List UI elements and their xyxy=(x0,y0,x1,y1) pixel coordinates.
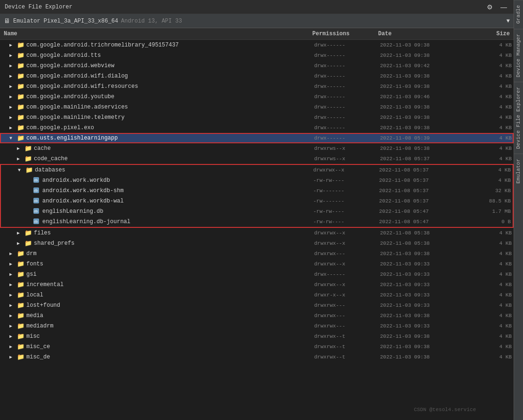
expand-icon[interactable]: ▼ xyxy=(18,168,25,173)
list-item[interactable]: ▶📁miscdrwxrwx--t2022-11-03 09:384 KB xyxy=(0,331,514,342)
list-item[interactable]: ▶📁lost+founddrwxrwx---2022-11-03 09:334 … xyxy=(0,300,514,311)
file-name: com.google.android.youtube xyxy=(26,93,114,100)
watermark: CSDN @tesol4.service xyxy=(414,407,476,412)
expand-icon[interactable]: ▶ xyxy=(9,125,17,131)
folder-icon: 📁 xyxy=(17,281,24,288)
list-item[interactable]: dbandroidx.work.workdb-rw-rw----2022-11-… xyxy=(1,175,513,186)
file-name: com.google.android.wifi.dialog xyxy=(26,73,128,79)
expand-icon[interactable]: ▶ xyxy=(17,241,24,246)
list-item[interactable]: ▶📁com.google.android.wifi.dialogdrwx----… xyxy=(0,71,514,81)
file-name: misc_de xyxy=(26,354,50,360)
expand-icon[interactable]: ▶ xyxy=(9,42,17,48)
date-value: 2022-11-08 05:37 xyxy=(379,198,464,204)
expand-icon[interactable]: ▶ xyxy=(9,104,17,110)
list-item[interactable]: dbandroidx.work.workdb-shm-rw-------2022… xyxy=(1,186,513,196)
date-value: 2022-11-08 05:38 xyxy=(380,230,465,236)
sidebar-tab-emulator[interactable]: Emulator xyxy=(514,154,523,188)
expand-icon[interactable]: ▶ xyxy=(9,53,17,58)
expand-icon[interactable]: ▶ xyxy=(9,344,17,350)
expand-icon[interactable]: ▶ xyxy=(9,84,17,89)
expand-icon[interactable]: ▶ xyxy=(9,292,17,298)
expand-icon[interactable]: ▶ xyxy=(9,94,17,100)
folder-icon: 📁 xyxy=(17,302,24,309)
permissions-value: drwxrwx--x xyxy=(314,241,380,246)
permissions-value: -rw------- xyxy=(313,198,379,204)
expand-icon[interactable]: ▶ xyxy=(9,354,17,360)
date-value: 2022-11-03 09:33 xyxy=(380,261,465,267)
expand-icon[interactable]: ▶ xyxy=(17,146,24,151)
permissions-value: drwx------ xyxy=(314,94,380,100)
expand-icon[interactable]: ▶ xyxy=(9,323,17,329)
size-value: 4 KB xyxy=(465,63,512,69)
folder-icon: 📁 xyxy=(17,62,24,70)
list-item[interactable]: ▶📁filesdrwxrwx--x2022-11-08 05:384 KB xyxy=(0,228,514,238)
dropdown-arrow[interactable]: ▼ xyxy=(507,18,510,24)
list-item[interactable]: ▶📁localdrwxr-x--x2022-11-03 09:334 KB xyxy=(0,290,514,300)
list-item[interactable]: ▶📁com.google.android.youtubedrwx------20… xyxy=(0,92,514,102)
date-value: 2022-11-03 09:33 xyxy=(380,282,465,288)
expand-icon[interactable]: ▶ xyxy=(9,115,17,120)
folder-icon: 📁 xyxy=(17,124,24,132)
list-item[interactable]: dbandroidx.work.workdb-wal-rw-------2022… xyxy=(1,196,513,206)
expand-icon[interactable]: ▼ xyxy=(9,136,17,141)
expand-icon[interactable]: ▶ xyxy=(9,63,17,69)
svg-text:db: db xyxy=(34,179,38,182)
list-item[interactable]: ▶📁com.google.android.trichromelibrary_49… xyxy=(0,40,514,50)
svg-text:db: db xyxy=(34,210,38,213)
file-list[interactable]: ▶📁com.google.android.trichromelibrary_49… xyxy=(0,40,514,420)
list-item[interactable]: ▶📁shared_prefsdrwxrwx--x2022-11-08 05:38… xyxy=(0,238,514,249)
row-content: ▶📁local xyxy=(9,291,314,299)
list-item[interactable]: ▼📁com.usts.englishlearningappdrwx------2… xyxy=(0,133,514,143)
list-item[interactable]: ▶📁incrementaldrwxrwx--x2022-11-03 09:334… xyxy=(0,280,514,290)
list-item[interactable]: ▶📁com.google.android.wifi.resourcesdrwx-… xyxy=(0,81,514,92)
sidebar-tab-file-explorer[interactable]: Device File Explorer xyxy=(514,82,523,154)
list-item[interactable]: ▶📁com.google.mainline.telemetrydrwx-----… xyxy=(0,112,514,123)
list-item[interactable]: dbenglishLearning.db-rw-rw----2022-11-08… xyxy=(1,206,513,217)
list-item[interactable]: ▶📁fontsdrwxrwx--x2022-11-03 09:334 KB xyxy=(0,259,514,269)
list-item[interactable]: ▼📁databasesdrwxrwx--x2022-11-08 05:374 K… xyxy=(1,165,513,175)
minimize-button[interactable]: — xyxy=(499,2,509,12)
list-item[interactable]: ▶📁mediadrmdrwxrwx---2022-11-03 09:334 KB xyxy=(0,321,514,331)
list-item[interactable]: dbenglishLearning.db-journal-rw-rw----20… xyxy=(1,217,513,227)
size-value: 4 KB xyxy=(465,282,512,288)
list-item[interactable]: ▶📁com.google.pixel.exodrwx------2022-11-… xyxy=(0,123,514,133)
expand-icon[interactable]: ▶ xyxy=(17,230,24,236)
expand-icon[interactable]: ▶ xyxy=(9,313,17,319)
permissions-value: drwxrwx--t xyxy=(314,354,380,360)
expand-icon[interactable]: ▶ xyxy=(9,251,17,257)
list-item[interactable]: ▶📁gsidrwx------2022-11-03 09:334 KB xyxy=(0,269,514,280)
expand-icon[interactable]: ▶ xyxy=(9,334,17,339)
list-item[interactable]: ▶📁misc_cedrwxrwx--t2022-11-03 09:384 KB xyxy=(0,342,514,352)
list-item[interactable]: ▶📁com.google.android.ttsdrwx------2022-1… xyxy=(0,50,514,61)
date-value: 2022-11-03 09:38 xyxy=(380,104,465,110)
settings-button[interactable]: ⚙ xyxy=(485,2,495,12)
size-value: 4 KB xyxy=(465,354,512,360)
expand-icon[interactable]: ▶ xyxy=(9,282,17,288)
list-item[interactable]: ▶📁misc_dedrwxrwx--t2022-11-03 09:384 KB xyxy=(0,352,514,362)
expand-icon[interactable]: ▶ xyxy=(9,73,17,79)
size-value: 4 KB xyxy=(465,303,512,308)
list-item[interactable]: ▶📁mediadrwxrwx---2022-11-03 09:384 KB xyxy=(0,311,514,321)
list-item[interactable]: ▶📁drmdrwxrwx---2022-11-03 09:384 KB xyxy=(0,249,514,259)
list-item[interactable]: ▶📁com.google.android.webviewdrwx------20… xyxy=(0,61,514,71)
expand-icon[interactable]: ▶ xyxy=(9,261,17,267)
sidebar-tab-gradle[interactable]: Gradle xyxy=(514,0,523,29)
row-content: ▶📁lost+found xyxy=(9,302,314,309)
expand-icon[interactable]: ▶ xyxy=(9,303,17,308)
file-name: com.google.android.trichromelibrary_4951… xyxy=(26,42,179,48)
list-item[interactable]: ▶📁cachedrwxrws--x2022-11-08 05:384 KB xyxy=(0,143,514,154)
device-bar[interactable]: 🖥 Emulator Pixel_3a_API_33_x86_64 Androi… xyxy=(0,14,514,28)
expand-icon[interactable]: ▶ xyxy=(9,272,17,277)
expand-icon[interactable]: ▶ xyxy=(17,156,24,162)
permissions-value: drwx------ xyxy=(314,53,380,58)
permissions-value: drwxrwx--x xyxy=(314,230,380,236)
list-item[interactable]: ▶📁com.google.mainline.adservicesdrwx----… xyxy=(0,102,514,112)
permissions-value: -rw-rw---- xyxy=(313,178,379,183)
list-item[interactable]: ▶📁code_cachedrwxrws--x2022-11-08 05:374 … xyxy=(0,154,514,164)
permissions-value: drwx------ xyxy=(314,272,380,277)
folder-icon: 📁 xyxy=(24,155,32,163)
size-value: 4 KB xyxy=(465,323,512,329)
date-value: 2022-11-08 05:37 xyxy=(379,167,464,173)
size-value: 4 KB xyxy=(465,272,512,277)
sidebar-tab-device-manager[interactable]: Device Manager xyxy=(514,29,523,82)
